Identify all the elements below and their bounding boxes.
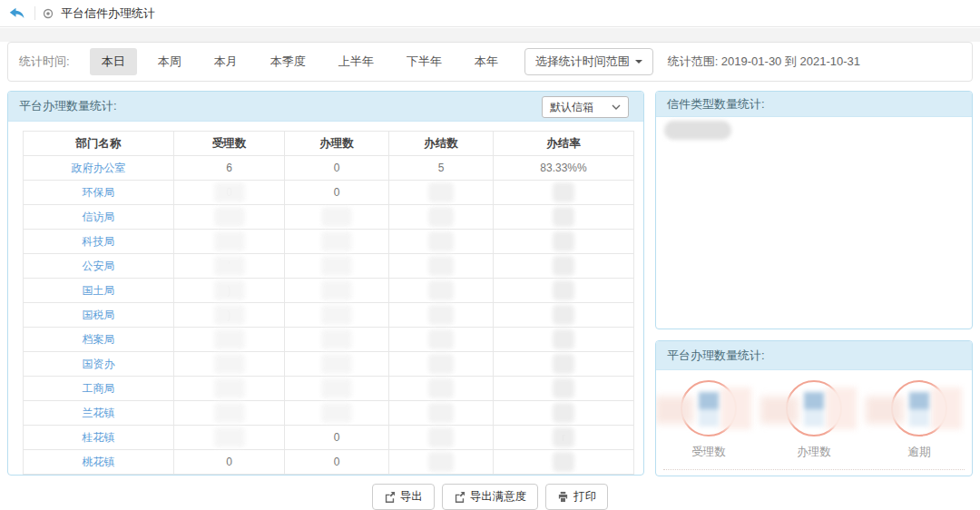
table-row: 政府办公室60583.33%% (24, 156, 634, 181)
dept-link[interactable]: 信访局 (83, 211, 115, 223)
time-filter-label: 统计时间: (19, 54, 70, 70)
table-row: 环保局00 (24, 181, 634, 205)
dept-link[interactable]: 科技局 (83, 235, 115, 248)
platform-stats-panel-title: 平台办理数量统计: (656, 341, 972, 370)
redacted-value-blur (428, 329, 454, 349)
table-cell: ) (174, 303, 285, 328)
dept-link[interactable]: 国税局 (83, 309, 115, 321)
table-cell (494, 303, 634, 328)
footer-button-label: 打印 (573, 489, 596, 505)
redacted-value-blur (428, 182, 454, 202)
redacted-value-blur (553, 256, 574, 276)
table-cell: 0 (285, 426, 389, 450)
redacted-value-blur (428, 427, 454, 447)
redacted-value-blur (553, 329, 574, 349)
dept-link[interactable]: 工商局 (83, 382, 115, 395)
table-cell (389, 426, 494, 450)
redacted-number-blur (804, 392, 824, 427)
time-option-2[interactable]: 本月 (202, 48, 250, 75)
redacted-value-blur (321, 207, 352, 227)
dept-link[interactable]: 国资办 (83, 358, 115, 370)
redacted-value-blur (214, 207, 245, 227)
export-satisfaction-button[interactable]: 导出满意度 (442, 484, 539, 510)
redacted-value-blur (428, 354, 454, 374)
dept-link[interactable]: 环保局 (83, 186, 115, 199)
titlebar-divider (34, 6, 35, 20)
letter-type-panel: 信件类型数量统计: (655, 91, 973, 329)
redacted-value-blur (553, 305, 574, 325)
table-cell (389, 377, 494, 401)
redacted-number-blur (909, 392, 929, 427)
table-row: 桂花镇0r (24, 426, 634, 450)
table-cell: 5 (389, 156, 494, 181)
redacted-value-blur (553, 378, 574, 398)
select-range-button[interactable]: 选择统计时间范围 (524, 48, 653, 75)
table-cell (174, 377, 285, 401)
table-cell (174, 352, 285, 377)
time-option-0[interactable]: 本日 (90, 48, 137, 75)
redacted-value-blur (553, 452, 574, 472)
redacted-value-blur (553, 427, 574, 447)
redacted-value-blur (214, 403, 245, 423)
table-cell (174, 426, 285, 450)
table-cell: 0 (285, 156, 389, 181)
redacted-value-blur (553, 403, 574, 423)
table-cell (389, 230, 494, 254)
redacted-legend-blob (664, 121, 731, 140)
redacted-blur (760, 397, 799, 424)
dept-link[interactable]: 政府办公室 (72, 162, 126, 174)
dept-link[interactable]: 桂花镇 (83, 431, 115, 444)
time-option-5[interactable]: 下半年 (395, 48, 454, 75)
ring-label: 逾期 (908, 445, 931, 460)
table-cell (285, 254, 389, 279)
ring-chart (786, 380, 842, 436)
table-cell (389, 401, 494, 426)
redacted-value-blur (428, 280, 454, 300)
table-row: 国资办 (24, 352, 634, 377)
redacted-value-blur (321, 329, 352, 349)
dept-link[interactable]: 兰花镇 (83, 407, 115, 419)
col-header-dept: 部门名称 (24, 132, 174, 156)
print-button[interactable]: 打印 (545, 484, 608, 510)
redacted-blur (720, 387, 751, 429)
table-cell (174, 205, 285, 230)
redacted-value-blur (214, 329, 245, 349)
table-cell: 0 (285, 450, 389, 475)
table-row: 桃花镇00 (24, 450, 634, 475)
title-bar: 平台信件办理统计 (0, 0, 980, 27)
export-button[interactable]: 导出 (372, 484, 435, 510)
ring-chart (891, 380, 947, 436)
table-cell (494, 205, 634, 230)
col-header-accepted: 受理数 (174, 132, 285, 156)
table-cell (285, 401, 389, 426)
table-cell (389, 328, 494, 352)
redacted-blur (826, 387, 857, 429)
table-cell: r (494, 426, 634, 450)
mailbox-select[interactable]: 默认信箱 (542, 96, 629, 118)
footer-button-label: 导出满意度 (470, 489, 527, 505)
redacted-value-blur (428, 231, 454, 251)
time-option-3[interactable]: 本季度 (259, 48, 318, 75)
table-cell (285, 279, 389, 303)
table-cell (389, 254, 494, 279)
dept-link[interactable]: 档案局 (83, 333, 115, 346)
dept-link[interactable]: 国土局 (83, 284, 115, 297)
back-button[interactable] (9, 6, 27, 21)
time-option-1[interactable]: 本周 (146, 48, 193, 75)
redacted-blur (931, 387, 962, 429)
table-cell: ) (174, 279, 285, 303)
table-cell: 0 (174, 450, 285, 475)
time-option-6[interactable]: 本年 (463, 48, 510, 75)
redacted-value-blur (321, 354, 352, 374)
time-option-4[interactable]: 上半年 (327, 48, 386, 75)
table-row: 工商局 (24, 377, 634, 401)
dept-link[interactable]: 桃花镇 (83, 456, 115, 468)
ring-chart (681, 380, 737, 436)
table-cell (174, 401, 285, 426)
table-cell (494, 181, 634, 205)
stats-range-text: 统计范围: 2019-01-30 到 2021-10-31 (668, 54, 860, 70)
dept-link[interactable]: 公安局 (83, 260, 115, 272)
page-title: 平台信件办理统计 (61, 5, 155, 22)
time-filter-options: 本日本周本月本季度上半年下半年本年 (81, 48, 510, 75)
redacted-value-blur (553, 207, 574, 227)
